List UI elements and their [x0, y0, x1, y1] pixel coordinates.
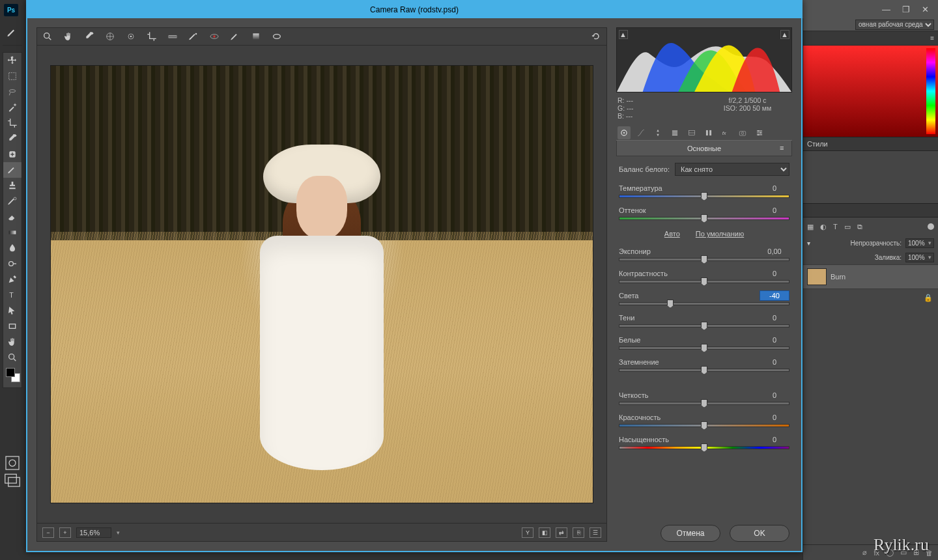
- new-layer-icon[interactable]: ⊞: [913, 548, 919, 557]
- histogram[interactable]: ▲ ▲: [616, 27, 792, 92]
- dodge-tool[interactable]: [3, 256, 21, 272]
- slider-vibrance[interactable]: Красочность0: [619, 412, 789, 427]
- opacity-value[interactable]: 100%: [905, 238, 934, 248]
- before-after-y-icon[interactable]: Y: [522, 527, 533, 538]
- slider-clarity[interactable]: Четкость0: [619, 390, 789, 405]
- fill-value[interactable]: 100%: [905, 253, 934, 262]
- zoom-tool[interactable]: [3, 350, 21, 365]
- fx-icon[interactable]: fx: [874, 549, 879, 557]
- filter-pixel-icon[interactable]: ▦: [807, 223, 814, 231]
- trash-icon[interactable]: 🗑: [926, 549, 933, 557]
- radial-filter-icon[interactable]: [270, 30, 283, 43]
- before-after-swap-icon[interactable]: ⇄: [556, 527, 567, 538]
- hue-strip[interactable]: [926, 48, 935, 134]
- eyedropper-tool[interactable]: [3, 131, 21, 147]
- marquee-tool[interactable]: [3, 68, 21, 84]
- layer-row[interactable]: Burn: [803, 264, 938, 289]
- healing-tool[interactable]: [3, 147, 21, 162]
- screen-mode-toggle[interactable]: [3, 471, 22, 488]
- lock-icon[interactable]: 🔒: [924, 294, 933, 302]
- tab-lens[interactable]: [702, 126, 715, 139]
- move-tool[interactable]: [3, 53, 21, 68]
- auto-link[interactable]: Авто: [664, 230, 680, 238]
- slider-blacks[interactable]: Затемнение0: [619, 357, 789, 372]
- history-brush-tool[interactable]: [3, 193, 21, 209]
- wand-tool[interactable]: [3, 100, 21, 115]
- adjustment-brush-icon[interactable]: [229, 30, 242, 43]
- before-after-split-icon[interactable]: ◧: [539, 527, 550, 538]
- layer-name[interactable]: Burn: [831, 273, 846, 281]
- tab-basic[interactable]: [618, 126, 631, 139]
- layers-panel-header[interactable]: [803, 203, 938, 217]
- link-layers-icon[interactable]: ⌀: [862, 548, 867, 557]
- color-picker[interactable]: [803, 46, 938, 137]
- path-tool[interactable]: [3, 303, 21, 318]
- styles-tab[interactable]: Стили: [807, 140, 828, 148]
- group-icon[interactable]: ▭: [900, 548, 907, 557]
- settings-icon[interactable]: ☰: [590, 527, 601, 538]
- slider-contrast[interactable]: Контрастность0: [619, 268, 789, 283]
- color-swatches[interactable]: [3, 365, 21, 387]
- filter-adjust-icon[interactable]: ◐: [820, 223, 827, 231]
- pen-tool[interactable]: [3, 272, 21, 287]
- eraser-tool[interactable]: [3, 209, 21, 225]
- cr-right-panel: ▲ ▲ R: ---G: ---B: --- f/2,2 1/500 cISO:…: [616, 27, 792, 542]
- default-link[interactable]: По умолчанию: [696, 230, 744, 238]
- filter-shape-icon[interactable]: ▭: [844, 223, 851, 231]
- zoom-out-icon[interactable]: −: [42, 527, 54, 538]
- straighten-icon[interactable]: [166, 30, 179, 43]
- tab-hsl[interactable]: [668, 126, 681, 139]
- color-sampler-icon[interactable]: [104, 30, 117, 43]
- hand-tool-icon[interactable]: [62, 30, 75, 43]
- maximize-button[interactable]: ❐: [902, 5, 910, 14]
- wb-tool-icon[interactable]: [83, 30, 96, 43]
- zoom-in-icon[interactable]: +: [59, 527, 71, 538]
- ok-button[interactable]: OK: [730, 525, 789, 542]
- quickmask-toggle[interactable]: [3, 455, 22, 471]
- tab-split[interactable]: [685, 126, 698, 139]
- redeye-icon[interactable]: [208, 30, 221, 43]
- filter-type-icon[interactable]: T: [833, 223, 838, 231]
- tab-fx[interactable]: fx: [719, 126, 732, 139]
- slider-saturation[interactable]: Насыщенность0: [619, 434, 789, 449]
- type-tool[interactable]: T: [3, 287, 21, 303]
- slider-shadows[interactable]: Тени0: [619, 313, 789, 328]
- mask-icon[interactable]: ◯: [886, 548, 894, 557]
- zoom-level[interactable]: 15,6%: [76, 527, 111, 538]
- tab-camera[interactable]: [736, 126, 749, 139]
- slider-tint[interactable]: Оттенок0: [619, 205, 789, 220]
- close-button[interactable]: ✕: [922, 5, 929, 14]
- slider-whites[interactable]: Белые0: [619, 335, 789, 350]
- slider-exposure[interactable]: Экспонир0,00: [619, 246, 789, 261]
- minimize-button[interactable]: —: [882, 5, 890, 14]
- color-panel-header[interactable]: ≡: [803, 31, 938, 46]
- svg-point-12: [44, 33, 50, 38]
- wb-select[interactable]: Как снято: [675, 163, 789, 176]
- crop-tool-icon[interactable]: [145, 30, 158, 43]
- tab-curve[interactable]: [634, 126, 647, 139]
- brush-tool[interactable]: [3, 162, 21, 178]
- hand-tool[interactable]: [3, 334, 21, 350]
- preview-area[interactable]: [36, 46, 607, 524]
- stamp-tool[interactable]: [3, 178, 21, 193]
- before-after-copy-icon[interactable]: ⎘: [573, 527, 584, 538]
- filter-toggle[interactable]: [928, 223, 934, 230]
- rotate-icon[interactable]: [590, 30, 603, 43]
- gradient-tool[interactable]: [3, 225, 21, 240]
- filter-smart-icon[interactable]: ⧉: [857, 223, 862, 231]
- workspace-select[interactable]: овная рабочая среда: [855, 20, 934, 30]
- blur-tool[interactable]: [3, 240, 21, 256]
- graduated-filter-icon[interactable]: [249, 30, 263, 43]
- tab-presets[interactable]: [753, 126, 766, 139]
- cancel-button[interactable]: Отмена: [661, 525, 720, 542]
- lasso-tool[interactable]: [3, 84, 21, 100]
- panel-menu-icon[interactable]: ≡: [780, 144, 789, 152]
- target-adjust-icon[interactable]: [124, 30, 137, 43]
- tab-detail[interactable]: [651, 126, 664, 139]
- slider-highlights[interactable]: Света-40: [619, 290, 789, 305]
- zoom-tool-icon[interactable]: [41, 30, 54, 43]
- slider-temperature[interactable]: Температура0: [619, 183, 789, 198]
- spot-removal-icon[interactable]: [187, 30, 200, 43]
- crop-tool[interactable]: [3, 115, 21, 131]
- rect-tool[interactable]: [3, 318, 21, 334]
